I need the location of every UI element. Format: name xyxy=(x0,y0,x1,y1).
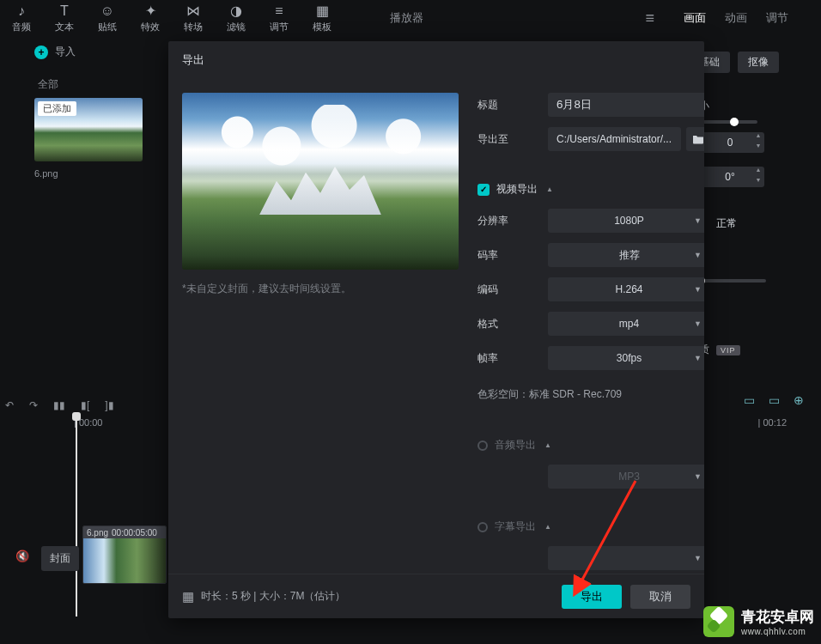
watermark-logo-icon xyxy=(703,606,734,637)
tool-label: 贴纸 xyxy=(98,21,117,33)
tool-a-icon[interactable]: ▭ xyxy=(744,393,755,407)
tool-transition[interactable]: ⋈转场 xyxy=(172,0,215,36)
tab-picture[interactable]: 画面 xyxy=(684,10,706,26)
blend-mode[interactable]: 式 正常 xyxy=(689,213,800,234)
undo-icon[interactable]: ↶ xyxy=(5,399,14,411)
import-button[interactable]: + 导入 xyxy=(34,45,76,59)
quality-row: 画质 VIP xyxy=(689,343,807,357)
bitrate-dropdown[interactable]: 推荐▼ xyxy=(548,243,704,267)
format-dropdown[interactable]: mp4▼ xyxy=(548,312,704,336)
tool-adjust[interactable]: ≡调节 xyxy=(258,0,301,36)
cut-left-icon[interactable]: ▮[ xyxy=(81,399,89,411)
sticker-icon: ☺ xyxy=(100,3,115,19)
bitrate-label: 码率 xyxy=(477,248,548,263)
pill-cutout[interactable]: 抠像 xyxy=(738,52,779,73)
cover-button[interactable]: 封面 xyxy=(41,546,79,571)
fx-icon: ✦ xyxy=(143,3,158,19)
media-thumbnail[interactable]: 已添加 6.png xyxy=(34,98,143,179)
ruler-end: | 00:12 xyxy=(758,417,787,428)
cut-right-icon[interactable]: ]▮ xyxy=(105,399,113,411)
player-title: 播放器 xyxy=(390,10,423,26)
player-menu-icon[interactable]: ≡ xyxy=(645,9,654,27)
encoding-dropdown[interactable]: H.264▼ xyxy=(548,277,704,301)
colorspace-info: 色彩空间：标准 SDR - Rec.709 xyxy=(477,387,704,402)
opacity-label: 度 xyxy=(689,258,807,272)
subtitle-export-section[interactable]: 字幕导出 ▲ xyxy=(477,519,704,534)
video-export-section[interactable]: ✓ 视频导出 ▲ xyxy=(477,182,704,197)
fps-dropdown[interactable]: 30fps▼ xyxy=(548,346,704,370)
path-value: C:/Users/Administrator/... xyxy=(548,127,681,151)
media-all-label[interactable]: 全部 xyxy=(38,77,58,92)
tool-b-icon[interactable]: ▭ xyxy=(769,393,780,407)
tool-label: 文本 xyxy=(55,21,74,33)
cover-tip: *未自定义封面，建议去时间线设置。 xyxy=(182,282,459,296)
spin-down-icon[interactable]: ▼ xyxy=(752,143,764,153)
fps-label: 帧率 xyxy=(477,351,548,366)
bitrate-value: 推荐 xyxy=(619,248,640,263)
clip-header: 6.png 00:00:05:00 xyxy=(83,526,166,538)
chevron-down-icon: ▼ xyxy=(694,285,702,294)
clip-thumbnail xyxy=(83,538,166,583)
resolution-dropdown[interactable]: 1080P▼ xyxy=(548,209,704,233)
plus-icon: + xyxy=(34,46,48,59)
path-label: 导出至 xyxy=(477,132,548,147)
chevron-down-icon: ▼ xyxy=(694,216,702,225)
tool-c-icon[interactable]: ⊕ xyxy=(794,393,804,407)
subtitle-dropdown: ▼ xyxy=(548,546,704,570)
chevron-down-icon: ▼ xyxy=(694,554,702,562)
audio-format-dropdown: MP3▼ xyxy=(548,465,704,489)
encoding-label: 编码 xyxy=(477,283,548,297)
tool-label: 调节 xyxy=(270,21,289,33)
watermark: 青花安卓网 www.qhhlv.com xyxy=(703,606,814,637)
folder-button[interactable] xyxy=(686,127,704,151)
added-tag: 已添加 xyxy=(38,101,76,116)
mute-icon[interactable]: 🔇 xyxy=(15,550,29,562)
resolution-value: 1080P xyxy=(614,215,644,227)
timeline-clip[interactable]: 6.png 00:00:05:00 xyxy=(82,526,167,584)
clip-name: 6.png xyxy=(87,528,108,538)
film-icon: ▦ xyxy=(182,589,194,605)
export-modal: 导出 *未自定义封面，建议去时间线设置。 标题 导出至 C:/Users/Adm… xyxy=(168,41,704,618)
fps-value: 30fps xyxy=(617,352,642,364)
title-label: 标题 xyxy=(477,98,548,112)
folder-icon xyxy=(692,134,704,144)
tab-adjust[interactable]: 调节 xyxy=(766,10,788,26)
playhead[interactable] xyxy=(76,417,77,617)
tool-fx[interactable]: ✦特效 xyxy=(129,0,172,36)
adjust-icon: ≡ xyxy=(271,3,287,19)
thumbnail-name: 6.png xyxy=(34,168,143,179)
tool-audio[interactable]: ♪音频 xyxy=(0,0,43,36)
thumbnail-image: 已添加 xyxy=(34,98,143,161)
tool-filter[interactable]: ◑滤镜 xyxy=(215,0,258,36)
split-icon[interactable]: ▮▮ xyxy=(53,399,65,411)
redo-icon[interactable]: ↷ xyxy=(29,399,38,411)
spin-down-icon[interactable]: ▼ xyxy=(752,177,764,187)
video-section-label: 视频导出 xyxy=(496,182,538,197)
radio-unchecked-icon xyxy=(477,440,488,451)
encoding-value: H.264 xyxy=(615,283,642,295)
tool-sticker[interactable]: ☺贴纸 xyxy=(86,0,129,36)
watermark-url: www.qhhlv.com xyxy=(741,627,814,636)
audio-icon: ♪ xyxy=(14,3,29,19)
timeline-tools: ↶ ↷ ▮▮ ▮[ ]▮ xyxy=(0,391,168,420)
subtitle-section-label: 字幕导出 xyxy=(495,519,536,534)
tool-text[interactable]: T文本 xyxy=(43,0,86,36)
spin-up-icon[interactable]: ▲ xyxy=(752,132,764,143)
right-tabs: 画面 动画 调节 xyxy=(666,0,821,36)
modal-title: 导出 xyxy=(168,41,704,79)
cancel-button[interactable]: 取消 xyxy=(630,585,690,609)
chevron-down-icon: ▼ xyxy=(694,251,702,259)
x-value: 0 xyxy=(708,137,752,149)
resolution-label: 分辨率 xyxy=(477,214,548,228)
format-value: mp4 xyxy=(619,318,639,330)
title-input[interactable] xyxy=(548,93,704,117)
tab-anim[interactable]: 动画 xyxy=(725,10,747,26)
preview-image xyxy=(182,93,459,270)
tool-template[interactable]: ▦模板 xyxy=(301,0,344,36)
caret-icon: ▲ xyxy=(544,441,551,449)
audio-export-section[interactable]: 音频导出 ▲ xyxy=(477,438,704,453)
export-button[interactable]: 导出 xyxy=(562,585,622,609)
spin-up-icon[interactable]: ▲ xyxy=(752,167,764,177)
tool-label: 特效 xyxy=(141,21,160,33)
caret-icon: ▲ xyxy=(544,523,551,531)
